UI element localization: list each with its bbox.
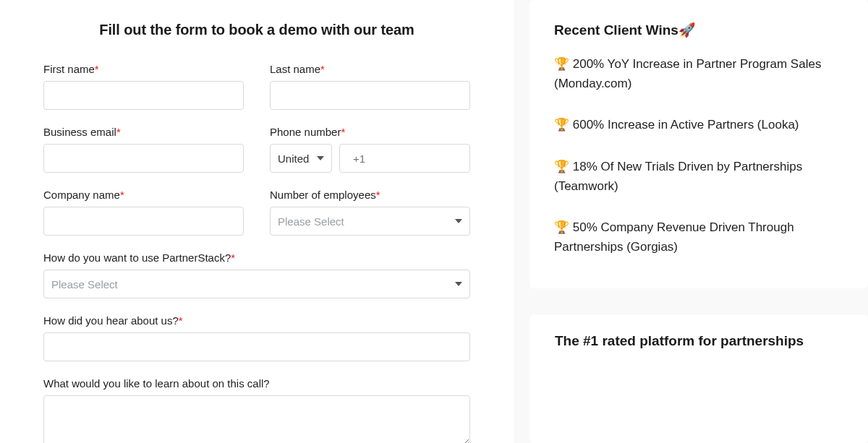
wins-list: 🏆 200% YoY Increase in Partner Program S… [554, 54, 842, 257]
wins-title: Recent Client Wins🚀 [554, 22, 842, 38]
side-panel: Recent Client Wins🚀 🏆 200% YoY Increase … [529, 0, 868, 443]
rated-card: The #1 rated platform for partnerships [529, 314, 868, 443]
company-name-input[interactable] [43, 207, 244, 236]
company-name-label: Company name* [43, 189, 244, 201]
field-last-name: Last name* [270, 63, 470, 110]
field-learn-about: What would you like to learn about on th… [43, 377, 470, 443]
required-marker: * [231, 251, 235, 264]
field-company-name: Company name* [43, 189, 244, 236]
last-name-label: Last name* [270, 63, 470, 75]
wins-item: 🏆 600% Increase in Active Partners (Look… [554, 115, 842, 134]
field-first-name: First name* [43, 63, 244, 110]
field-use-case: How do you want to use PartnerStack?* Pl… [43, 251, 470, 298]
required-marker: * [179, 314, 183, 327]
required-marker: * [376, 189, 380, 201]
use-case-select[interactable]: Please Select [43, 270, 470, 298]
employees-select[interactable]: Please Select [270, 207, 470, 236]
rated-title: The #1 rated platform for partnerships [555, 333, 846, 349]
phone-number-input[interactable] [339, 144, 470, 173]
phone-country-select[interactable]: United [270, 144, 332, 173]
phone-label: Phone number* [270, 126, 470, 138]
wins-item: 🏆 200% YoY Increase in Partner Program S… [554, 54, 842, 93]
required-marker: * [120, 189, 124, 201]
field-hear-about: How did you hear about us?* [43, 314, 470, 361]
employees-label: Number of employees* [270, 189, 470, 201]
hear-about-input[interactable] [43, 332, 470, 361]
wins-item: 🏆 50% Company Revenue Driven Through Par… [554, 218, 842, 257]
required-marker: * [116, 126, 121, 138]
wins-item: 🏆 18% Of New Trials Driven by Partnershi… [554, 157, 842, 196]
hear-about-label: How did you hear about us?* [43, 314, 470, 327]
field-phone: Phone number* United [270, 126, 470, 173]
use-case-label: How do you want to use PartnerStack?* [43, 251, 470, 264]
wins-card: Recent Client Wins🚀 🏆 200% YoY Increase … [529, 0, 868, 288]
business-email-label: Business email* [43, 126, 244, 138]
first-name-label: First name* [43, 63, 244, 75]
form-title: Fill out the form to book a demo with ou… [43, 22, 470, 38]
required-marker: * [341, 126, 345, 138]
last-name-input[interactable] [270, 81, 470, 110]
field-employees: Number of employees* Please Select [270, 189, 470, 236]
learn-about-textarea[interactable] [43, 395, 470, 443]
first-name-input[interactable] [43, 81, 244, 110]
field-business-email: Business email* [43, 126, 244, 173]
required-marker: * [320, 63, 325, 75]
learn-about-label: What would you like to learn about on th… [43, 377, 470, 390]
demo-form-panel: Fill out the form to book a demo with ou… [0, 0, 514, 443]
business-email-input[interactable] [43, 144, 244, 173]
required-marker: * [95, 63, 99, 75]
